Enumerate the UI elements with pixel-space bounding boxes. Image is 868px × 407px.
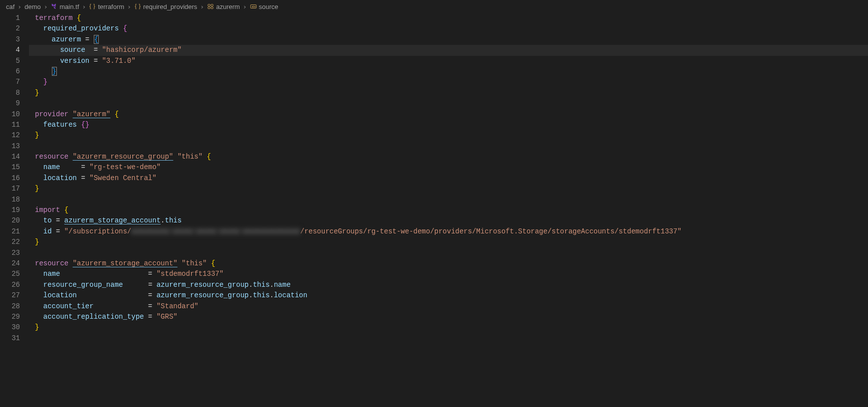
symbol-namespace-icon — [89, 3, 96, 10]
string: "GRS" — [157, 313, 178, 321]
identifier: resource_group_name — [43, 281, 123, 289]
chevron-right-icon: › — [82, 3, 86, 10]
identifier: account_replication_type — [43, 313, 144, 321]
line-number-gutter: 1234567891011121314151617181920212223242… — [0, 13, 29, 407]
terraform-file-icon — [51, 3, 58, 10]
redacted-text: xxxxxxxx-xxxx-xxxx-xxxx-xxxxxxxxxxxx — [131, 227, 300, 235]
identifier: name — [43, 270, 60, 278]
keyword: import — [35, 206, 60, 214]
identifier: name — [43, 163, 60, 171]
string: "/subscriptions/ — [64, 227, 131, 235]
identifier: source — [60, 46, 85, 54]
breadcrumb-item[interactable]: main.tf — [60, 3, 79, 10]
symbol-namespace-icon — [134, 3, 141, 10]
breadcrumb-item[interactable]: source — [259, 3, 278, 10]
string: "Standard" — [157, 302, 199, 310]
chevron-right-icon: › — [17, 3, 21, 10]
code-editor[interactable]: 1234567891011121314151617181920212223242… — [0, 13, 868, 407]
identifier: version — [60, 57, 89, 65]
string: "azurerm_resource_group" — [73, 153, 174, 161]
identifier: required_providers — [43, 24, 119, 32]
identifier: location — [43, 291, 77, 299]
identifier: account_tier — [43, 302, 94, 310]
keyword: provider — [35, 110, 68, 118]
code-content[interactable]: terraform { required_providers { azurerm… — [29, 13, 868, 407]
chevron-right-icon: › — [243, 3, 247, 10]
string: "this" — [182, 259, 207, 267]
reference: this — [165, 216, 182, 224]
breadcrumb-item[interactable]: azurerm — [216, 3, 240, 10]
reference: azurerm_storage_account — [64, 216, 161, 224]
identifier: azurerm — [52, 35, 81, 43]
svg-text:abc: abc — [251, 5, 256, 8]
keyword: terraform — [35, 14, 73, 22]
reference: azurerm_resource_group — [157, 281, 249, 289]
symbol-object-icon — [207, 3, 214, 10]
string: "azurerm_storage_account" — [73, 259, 178, 267]
keyword: resource — [35, 153, 68, 161]
string: /resourceGroups/rg-test-we-demo/provider… — [300, 227, 682, 235]
string: "stdemodrft1337" — [157, 270, 223, 278]
keyword: resource — [35, 259, 68, 267]
identifier: to — [43, 216, 52, 224]
string: "this" — [178, 153, 203, 161]
svg-rect-1 — [211, 4, 213, 6]
chevron-right-icon: › — [44, 3, 48, 10]
breadcrumb-item[interactable]: terraform — [98, 3, 124, 10]
svg-rect-2 — [208, 7, 210, 9]
reference: azurerm_resource_group — [157, 291, 249, 299]
string: "hashicorp/azurerm" — [102, 46, 182, 54]
breadcrumb-item[interactable]: demo — [24, 3, 41, 10]
svg-rect-0 — [208, 4, 210, 6]
symbol-string-icon: abc — [250, 3, 257, 10]
identifier: features — [43, 121, 77, 129]
string: "3.71.0" — [102, 57, 135, 65]
breadcrumb-item[interactable]: caf — [6, 3, 14, 10]
chevron-right-icon: › — [127, 3, 131, 10]
string: "Sweden Central" — [89, 174, 156, 182]
breadcrumb[interactable]: caf › demo › main.tf › terraform › requi… — [0, 0, 868, 13]
breadcrumb-item[interactable]: required_providers — [143, 3, 197, 10]
chevron-right-icon: › — [200, 3, 204, 10]
identifier: location — [43, 174, 77, 182]
string: "rg-test-we-demo" — [89, 163, 161, 171]
identifier: id — [43, 227, 52, 235]
svg-rect-3 — [211, 7, 213, 9]
string: "azurerm" — [73, 110, 111, 118]
